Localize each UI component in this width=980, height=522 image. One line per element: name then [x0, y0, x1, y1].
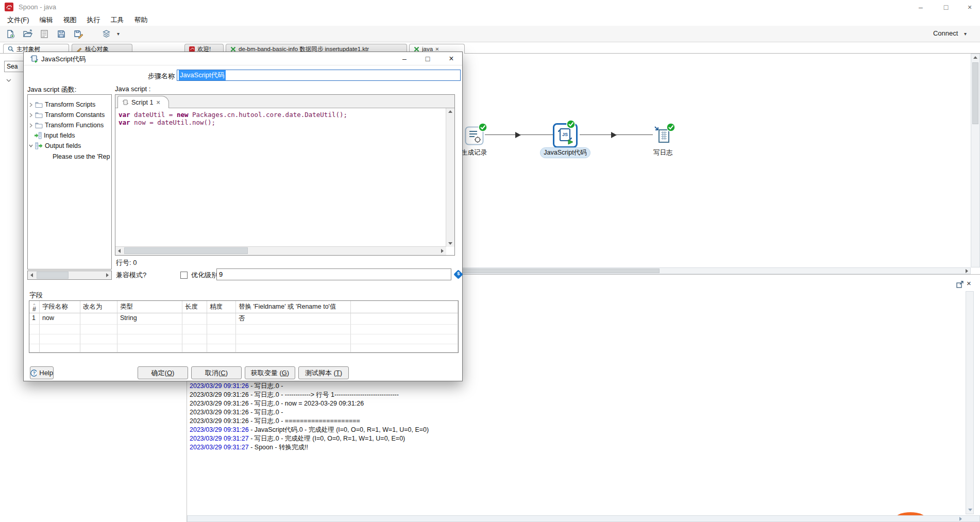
empty-cell[interactable]: [117, 334, 182, 344]
optimization-level-input[interactable]: [216, 268, 451, 280]
log-vertical-scrollbar[interactable]: [966, 291, 974, 514]
scroll-up-arrow[interactable]: [448, 110, 452, 113]
empty-cell[interactable]: [207, 325, 236, 334]
step-name-input[interactable]: JavaScript代码: [177, 70, 461, 81]
menu-run[interactable]: 执行: [82, 14, 106, 26]
canvas-vscroll-thumb[interactable]: [972, 62, 978, 124]
cell-row1-type[interactable]: String: [117, 313, 182, 325]
perspective-switcher-button[interactable]: [99, 27, 113, 41]
column-header-type[interactable]: 类型: [117, 301, 182, 313]
tree-item-output-fields[interactable]: Output fields: [29, 142, 81, 149]
empty-cell[interactable]: [236, 325, 351, 334]
scroll-right-arrow[interactable]: [441, 249, 444, 253]
ok-button[interactable]: 确定(O): [138, 366, 188, 379]
column-header-replace[interactable]: 替换 'Fieldname' 或 'Rename to'值: [236, 301, 351, 313]
cell-row1-precision[interactable]: [207, 313, 236, 325]
explore-repository-button[interactable]: [38, 27, 51, 41]
editor-hscroll-thumb[interactable]: [124, 247, 248, 254]
tree-item-transform-constants[interactable]: Transform Constants: [29, 111, 105, 119]
cell-row1-replace[interactable]: 否: [236, 313, 351, 325]
functions-tree[interactable]: Transform Scripts Transform Constants Tr…: [27, 94, 112, 270]
save-button[interactable]: [55, 27, 68, 41]
empty-cell[interactable]: [182, 344, 207, 352]
empty-cell[interactable]: [236, 334, 351, 344]
dialog-title-bar[interactable]: JavaScript代码 – □ ×: [24, 52, 462, 65]
tree-item-input-fields[interactable]: Input fields: [34, 132, 75, 139]
window-minimize-button[interactable]: –: [912, 0, 930, 14]
fields-table[interactable]: ^# 字段名称 改名为 类型 长度 精度 替换 'Fieldname' 或 'R…: [29, 300, 459, 353]
perspective-caret-icon[interactable]: ▾: [117, 31, 120, 37]
dialog-minimize-button[interactable]: –: [396, 52, 413, 65]
empty-cell[interactable]: [40, 344, 80, 352]
tree-horizontal-scrollbar[interactable]: [27, 271, 112, 280]
window-maximize-button[interactable]: □: [937, 0, 955, 14]
cell-row1-index[interactable]: 1: [29, 313, 40, 325]
column-header-fieldname[interactable]: 字段名称: [40, 301, 80, 313]
save-as-button[interactable]: [72, 27, 85, 41]
tree-expander-chevron-icon[interactable]: [6, 78, 11, 82]
scroll-down-arrow[interactable]: [448, 242, 452, 245]
empty-cell[interactable]: [40, 325, 80, 334]
empty-cell[interactable]: [182, 334, 207, 344]
editor-horizontal-scrollbar[interactable]: [115, 246, 446, 255]
scroll-right-arrow[interactable]: [966, 269, 968, 273]
variable-dollar-icon[interactable]: $: [453, 270, 463, 279]
cancel-button[interactable]: 取消(C): [191, 366, 242, 379]
cell-row1-rename[interactable]: [80, 313, 117, 325]
empty-cell[interactable]: [80, 344, 117, 352]
column-header-precision[interactable]: 精度: [207, 301, 236, 313]
column-header-index[interactable]: ^#: [29, 301, 40, 313]
tree-item-transform-scripts[interactable]: Transform Scripts: [29, 101, 95, 108]
cell-row1-fieldname[interactable]: now: [40, 313, 80, 325]
column-header-length[interactable]: 长度: [182, 301, 207, 313]
connect-button[interactable]: Connect ▾: [933, 29, 967, 37]
open-log-in-window-icon[interactable]: [956, 281, 964, 288]
menu-help[interactable]: 帮助: [129, 14, 153, 26]
canvas-vertical-scrollbar[interactable]: [971, 54, 980, 267]
open-file-button[interactable]: [21, 27, 34, 41]
tree-hscroll-thumb[interactable]: [37, 272, 69, 279]
cell-row1-length[interactable]: [182, 313, 207, 325]
scroll-down-arrow[interactable]: [968, 509, 972, 511]
empty-cell[interactable]: [207, 334, 236, 344]
scroll-left-arrow[interactable]: [30, 273, 33, 277]
script-tab-close-icon[interactable]: ×: [156, 99, 160, 106]
step-label-javascript[interactable]: JavaScript代码: [540, 147, 590, 158]
empty-cell[interactable]: [29, 325, 40, 334]
get-variables-button[interactable]: 获取变量 (G): [245, 366, 295, 379]
empty-cell[interactable]: [40, 334, 80, 344]
empty-cell[interactable]: [207, 344, 236, 352]
empty-cell[interactable]: [29, 344, 40, 352]
column-header-rename[interactable]: 改名为: [80, 301, 117, 313]
compat-mode-checkbox[interactable]: [180, 272, 188, 279]
tree-item-output-note[interactable]: Please use the 'Rep: [53, 153, 110, 160]
step-label-write-log[interactable]: 写日志: [645, 148, 682, 157]
scroll-right-arrow[interactable]: [959, 517, 962, 521]
new-file-button[interactable]: [4, 27, 17, 41]
script-tab[interactable]: Script 1 ×: [117, 96, 169, 108]
empty-cell[interactable]: [80, 334, 117, 344]
empty-cell[interactable]: [117, 344, 182, 352]
menu-tools[interactable]: 工具: [106, 14, 129, 26]
empty-cell[interactable]: [80, 325, 117, 334]
code-editor[interactable]: var dateUtil = new Packages.cn.hutool.co…: [119, 111, 347, 126]
menu-view[interactable]: 视图: [58, 14, 82, 26]
empty-cell[interactable]: [117, 325, 182, 334]
test-script-button[interactable]: 测试脚本 (T): [298, 366, 349, 379]
scroll-left-arrow[interactable]: [118, 249, 121, 253]
menu-edit[interactable]: 编辑: [35, 14, 58, 26]
empty-cell[interactable]: [236, 344, 351, 352]
scroll-right-arrow[interactable]: [106, 273, 109, 277]
close-execution-panel-icon[interactable]: ×: [967, 279, 971, 288]
window-close-button[interactable]: ×: [961, 0, 978, 14]
dialog-maximize-button[interactable]: □: [419, 52, 436, 65]
menu-file[interactable]: 文件(F): [2, 14, 35, 26]
tree-item-transform-functions[interactable]: Transform Functions: [29, 122, 104, 129]
log-horizontal-scrollbar[interactable]: [187, 515, 980, 522]
empty-cell[interactable]: [29, 334, 40, 344]
empty-cell[interactable]: [182, 325, 207, 334]
editor-vertical-scrollbar[interactable]: [446, 108, 454, 247]
dialog-close-button[interactable]: ×: [443, 52, 460, 65]
scroll-up-arrow[interactable]: [973, 56, 977, 59]
help-button[interactable]: ? Help: [30, 366, 54, 379]
